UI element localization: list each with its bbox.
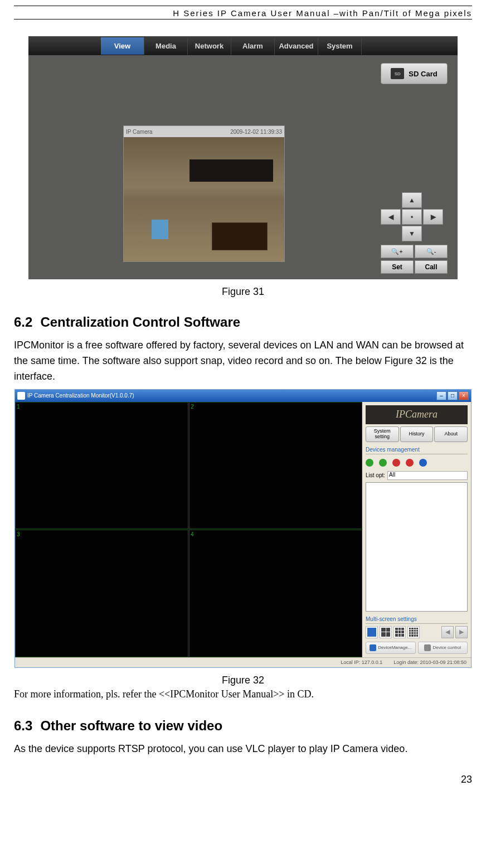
info-device-icon[interactable] (419, 459, 427, 467)
section-6-3-body: As the device supports RTSP protocol, yo… (14, 741, 472, 757)
device-toolbar (366, 457, 468, 469)
listopt-label: List opt: (366, 472, 385, 478)
figure32-caption: Figure 32 (14, 675, 472, 686)
window-titlebar: IP Camera Centralization Monitor(V1.0.0.… (15, 390, 471, 402)
ipc-sidebar: IPCamera System setting History About De… (362, 402, 471, 657)
cell-number: 2 (191, 404, 194, 410)
video-cell-1[interactable]: 1 (15, 402, 188, 530)
layout-1-button[interactable] (366, 626, 378, 638)
ptz-left-button[interactable]: ◀ (381, 209, 401, 225)
app-icon (17, 392, 25, 400)
sd-card-icon: SD (391, 68, 404, 79)
layout-4-button[interactable] (380, 626, 392, 638)
minimize-button[interactable]: – (436, 391, 446, 400)
video-cell-3[interactable]: 3 (15, 530, 188, 657)
cell-number: 4 (191, 531, 194, 537)
video-feed (124, 137, 284, 261)
history-button[interactable]: History (400, 426, 434, 442)
tab-media[interactable]: Media (144, 37, 188, 55)
tab-network[interactable]: Network (188, 37, 231, 55)
device-list[interactable] (366, 482, 468, 612)
ptz-down-button[interactable]: ▼ (402, 226, 422, 241)
ipcamera-logo: IPCamera (366, 405, 468, 424)
set-button[interactable]: Set (381, 260, 414, 274)
video-grid: 1 2 3 4 (15, 402, 362, 657)
page-prev-button[interactable]: ◀ (441, 626, 454, 638)
section-title: Centralization Control Software (40, 314, 240, 329)
ptz-right-button[interactable]: ▶ (423, 209, 443, 225)
page-number: 23 (14, 774, 472, 785)
devices-management-label: Devices management (366, 445, 468, 454)
multiscreen-label: Multi-screen settings (366, 615, 468, 624)
window-title: IP Camera Centralization Monitor(V1.0.0.… (27, 392, 134, 399)
sd-card-label: SD Card (409, 70, 437, 78)
listopt-select[interactable]: All (387, 471, 468, 480)
device-control-button[interactable]: Device control (418, 642, 468, 654)
status-date-label: Login date: (393, 660, 419, 665)
zoom-out-button[interactable]: 🔍- (415, 245, 448, 258)
video-cell-2[interactable]: 2 (189, 402, 362, 530)
layout-9-button[interactable] (393, 626, 406, 638)
section-6-3-heading: 6.3Other software to view video (14, 718, 472, 734)
gear-icon (370, 644, 376, 651)
video-title: IP Camera (126, 129, 153, 135)
section-6-2-body: IPCMonitor is a free software offered by… (14, 338, 472, 385)
ptz-controls: ▲ ◀ • ▶ ▼ 🔍+ 🔍- Set Call (381, 192, 448, 274)
add-device-icon[interactable] (366, 459, 373, 467)
ptz-center-button[interactable]: • (402, 209, 422, 225)
close-button[interactable]: × (459, 391, 469, 400)
system-setting-button[interactable]: System setting (366, 426, 399, 442)
refresh-device-icon[interactable] (379, 459, 387, 467)
ptz-up-button[interactable]: ▲ (402, 192, 422, 208)
device-manage-label: DeviceManage... (378, 645, 411, 650)
about-button[interactable]: About (434, 426, 468, 442)
stop-device-icon[interactable] (406, 459, 414, 467)
tab-view[interactable]: View (101, 37, 144, 55)
ipcmonitor-screenshot: IP Camera Centralization Monitor(V1.0.0.… (14, 389, 472, 668)
device-control-label: Device control (432, 645, 461, 650)
tab-advanced[interactable]: Advanced (275, 37, 318, 55)
status-ip-value: 127.0.0.1 (362, 660, 383, 665)
section-number: 6.3 (14, 718, 32, 733)
video-cell-4[interactable]: 4 (189, 530, 362, 657)
figure31-caption: Figure 31 (14, 286, 472, 298)
cell-number: 1 (17, 404, 20, 410)
video-timestamp: 2009-12-02 11:39:33 (230, 129, 282, 135)
page-header: H Series IP Camera User Manual –with Pan… (14, 8, 472, 20)
status-bar: Local IP: 127.0.0.1 Login date: 2010-03-… (15, 657, 471, 667)
cell-number: 3 (17, 531, 20, 537)
section-number: 6.2 (14, 314, 32, 329)
sd-card-button[interactable]: SD SD Card (381, 63, 448, 84)
section-6-2-heading: 6.2Centralization Control Software (14, 314, 472, 330)
camera-ui-screenshot: View Media Network Alarm Advanced System… (28, 36, 458, 279)
status-ip-label: Local IP: (341, 660, 360, 665)
gear-icon (424, 644, 431, 651)
remove-device-icon[interactable] (392, 459, 400, 467)
layout-16-button[interactable] (407, 626, 420, 638)
zoom-in-button[interactable]: 🔍+ (381, 245, 414, 258)
device-manage-button[interactable]: DeviceManage... (366, 642, 416, 654)
maximize-button[interactable]: □ (448, 391, 458, 400)
section-title: Other software to view video (40, 718, 222, 733)
tab-system[interactable]: System (318, 37, 362, 55)
status-date-value: 2010-03-09 21:08:50 (420, 660, 466, 665)
page-next-button[interactable]: ▶ (455, 626, 468, 638)
video-area: IP Camera 2009-12-02 11:39:33 (123, 125, 285, 262)
call-button[interactable]: Call (415, 260, 448, 274)
info-line: For more information, pls. refer the <<I… (14, 688, 472, 700)
tab-alarm[interactable]: Alarm (231, 37, 275, 55)
camera-nav: View Media Network Alarm Advanced System (28, 36, 458, 55)
